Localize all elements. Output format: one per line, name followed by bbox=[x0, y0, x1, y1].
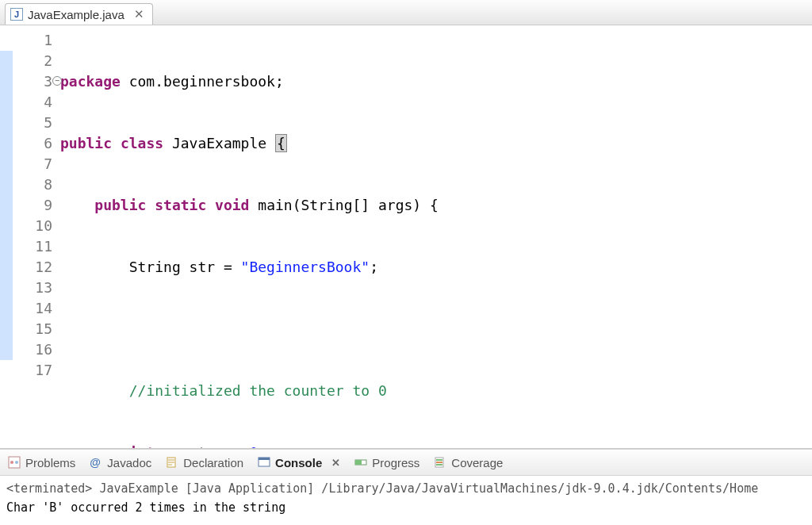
console-icon bbox=[258, 456, 270, 469]
tab-coverage[interactable]: Coverage bbox=[434, 456, 503, 469]
progress-icon bbox=[354, 456, 367, 469]
editor-tab[interactable]: J JavaExample.java ✕ bbox=[5, 3, 153, 25]
fold-toggle-icon[interactable]: − bbox=[52, 76, 62, 86]
tab-filename: JavaExample.java bbox=[28, 8, 124, 21]
console-output[interactable]: <terminated> JavaExample [Java Applicati… bbox=[0, 476, 812, 525]
tab-problems[interactable]: Problems bbox=[8, 456, 75, 469]
bottom-view-tabs: Problems @ Javadoc Declaration Console ✕… bbox=[0, 449, 812, 476]
code-area[interactable]: package com.beginnersbook; public class … bbox=[57, 30, 812, 448]
svg-rect-5 bbox=[259, 458, 270, 460]
close-icon[interactable]: ✕ bbox=[134, 7, 144, 21]
svg-rect-11 bbox=[436, 464, 442, 466]
svg-point-2 bbox=[15, 461, 18, 464]
console-line: Char 'B' occurred 2 times in the string bbox=[6, 498, 806, 517]
close-icon[interactable]: ✕ bbox=[331, 457, 340, 469]
java-file-icon: J bbox=[10, 8, 23, 21]
problems-icon bbox=[8, 456, 21, 469]
svg-rect-9 bbox=[436, 459, 442, 461]
change-marker-bar bbox=[0, 30, 13, 448]
tab-javadoc[interactable]: @ Javadoc bbox=[90, 456, 151, 469]
declaration-icon bbox=[166, 456, 178, 469]
tab-declaration[interactable]: Declaration bbox=[166, 456, 243, 469]
console-header: <terminated> JavaExample [Java Applicati… bbox=[6, 479, 806, 498]
svg-point-1 bbox=[10, 461, 13, 464]
tab-progress[interactable]: Progress bbox=[354, 456, 419, 469]
line-number-gutter: 123−4567891011121314151617 bbox=[13, 30, 57, 448]
svg-rect-10 bbox=[436, 462, 442, 463]
editor-tab-bar: J JavaExample.java ✕ bbox=[0, 0, 812, 25]
svg-rect-7 bbox=[355, 460, 362, 465]
coverage-icon bbox=[434, 456, 446, 469]
tab-console[interactable]: Console ✕ bbox=[258, 456, 340, 469]
code-editor[interactable]: 123−4567891011121314151617 package com.b… bbox=[0, 25, 812, 449]
javadoc-icon: @ bbox=[90, 456, 102, 469]
